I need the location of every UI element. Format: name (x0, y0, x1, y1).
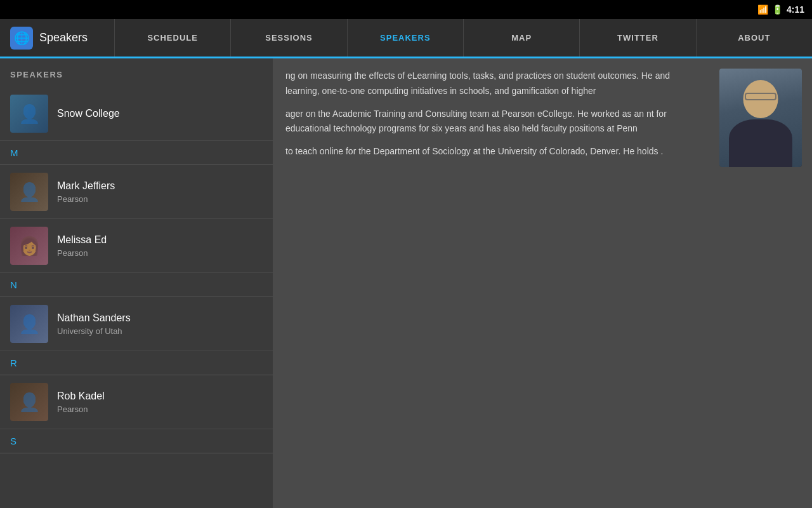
avatar: 👩 (10, 227, 48, 265)
section-letter-r: R (0, 351, 273, 375)
list-item[interactable]: 👤 Mark Jeffiers Pearson (0, 165, 273, 219)
tab-map[interactable]: MAP (463, 19, 579, 57)
app-logo: 🌐 Speakers (0, 27, 114, 50)
app-title: Speakers (39, 31, 88, 44)
content-area: ng on measuring the effects of eLearning… (273, 58, 812, 508)
speaker-org: University of Utah (57, 326, 131, 336)
speaker-org: Pearson (57, 248, 107, 258)
avatar: 👤 (10, 95, 48, 133)
speaker-info: Melissa Ed Pearson (57, 234, 107, 258)
sidebar: SPEAKERS 👤 Snow College M 👤 Mark Jeffier… (0, 58, 273, 508)
clock: 4:11 (787, 4, 804, 15)
speaker-org: Pearson (57, 404, 105, 414)
avatar-image: 👩 (10, 227, 48, 265)
speaker-info: Nathan Sanders University of Utah (57, 312, 131, 336)
sidebar-heading: SPEAKERS (0, 58, 273, 87)
speaker-info: Snow College (57, 108, 120, 119)
content-detail: ng on measuring the effects of eLearning… (273, 58, 812, 508)
section-letter-n: N (0, 273, 273, 297)
tab-sessions[interactable]: SESSIONS (230, 19, 346, 57)
tab-speakers[interactable]: SPEAKERS (347, 19, 463, 57)
list-item[interactable]: 👤 Nathan Sanders University of Utah (0, 297, 273, 351)
avatar: 👤 (10, 383, 48, 421)
bio-paragraph-3: to teach online for the Department of So… (285, 144, 698, 159)
avatar-image: 👤 (10, 383, 48, 421)
list-item[interactable]: 👩 Melissa Ed Pearson (0, 219, 273, 273)
speaker-name: Melissa Ed (57, 234, 107, 246)
speaker-info: Rob Kadel Pearson (57, 391, 105, 414)
speaker-detail-photo (719, 69, 802, 167)
avatar-image: 👤 (10, 95, 48, 133)
nav-tabs: SCHEDULE SESSIONS SPEAKERS MAP TWITTER A… (114, 19, 812, 57)
nav-bar: 🌐 Speakers SCHEDULE SESSIONS SPEAKERS MA… (0, 19, 812, 58)
tab-twitter[interactable]: TWITTER (579, 19, 695, 57)
section-letter-s: S (0, 429, 273, 453)
bio-paragraph-1: ng on measuring the effects of eLearning… (285, 69, 698, 99)
list-item[interactable]: 👤 Snow College (0, 87, 273, 141)
battery-icon: 🔋 (772, 4, 783, 15)
app-logo-icon: 🌐 (10, 27, 33, 50)
status-icons: 📶 🔋 4:11 (757, 4, 804, 15)
section-letter-m: M (0, 141, 273, 165)
avatar: 👤 (10, 305, 48, 343)
avatar-image: 👤 (10, 173, 48, 211)
status-bar: 📶 🔋 4:11 (0, 0, 812, 19)
list-item[interactable]: 👤 Rob Kadel Pearson (0, 375, 273, 429)
speaker-name: Rob Kadel (57, 391, 105, 402)
main-layout: SPEAKERS 👤 Snow College M 👤 Mark Jeffier… (0, 58, 812, 508)
avatar-image: 👤 (10, 305, 48, 343)
speaker-name: Snow College (57, 108, 120, 119)
bio-paragraph-2: ager on the Academic Training and Consul… (285, 107, 698, 137)
wifi-icon: 📶 (757, 4, 768, 15)
tab-about[interactable]: ABOUT (696, 19, 812, 57)
speaker-info: Mark Jeffiers Pearson (57, 180, 115, 204)
speaker-name: Nathan Sanders (57, 312, 131, 324)
speaker-org: Pearson (57, 194, 115, 204)
speaker-name: Mark Jeffiers (57, 180, 115, 192)
avatar: 👤 (10, 173, 48, 211)
tab-schedule[interactable]: SCHEDULE (114, 19, 230, 57)
